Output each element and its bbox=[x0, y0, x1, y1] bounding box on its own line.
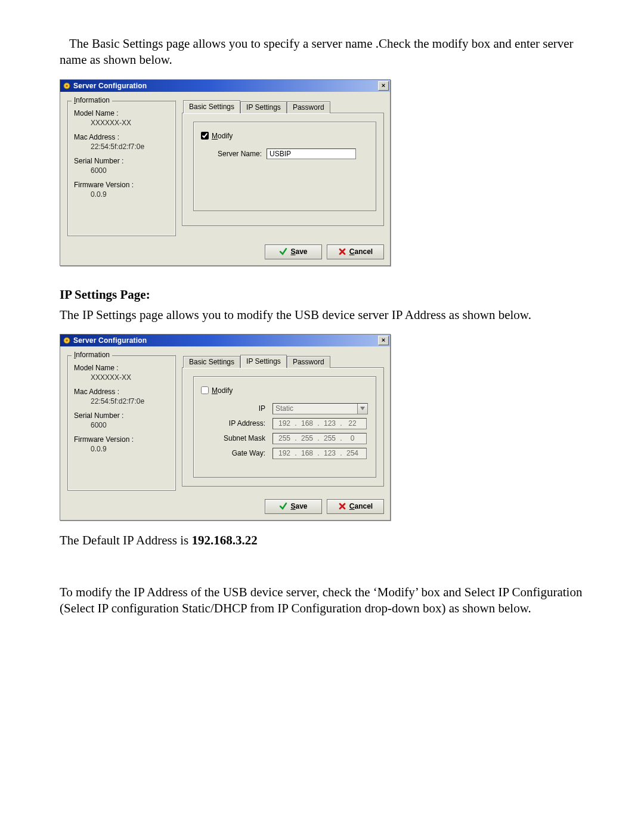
tab-password[interactable]: Password bbox=[287, 356, 330, 368]
model-name-label: Model Name : bbox=[74, 109, 172, 117]
gateway-input[interactable]: 192. 168. 123. 254 bbox=[273, 448, 367, 459]
check-icon bbox=[279, 247, 287, 256]
ip-mode-combo[interactable]: Static bbox=[273, 403, 368, 414]
server-config-dialog-ip: Server Configuration × Information Model… bbox=[60, 334, 391, 521]
information-groupbox: Information Model Name : XXXXXX-XX Mac A… bbox=[67, 100, 176, 236]
cancel-button[interactable]: Cancel bbox=[327, 244, 384, 259]
tab-basic-settings[interactable]: Basic Settings bbox=[183, 100, 240, 113]
tab-basic-settings[interactable]: Basic Settings bbox=[183, 356, 240, 368]
server-name-input[interactable] bbox=[267, 148, 356, 159]
gear-icon bbox=[63, 82, 71, 90]
tab-ip-settings[interactable]: IP Settings bbox=[240, 355, 287, 368]
tabstrip: Basic Settings IP Settings Password bbox=[182, 100, 384, 113]
ip-octet: 123 bbox=[321, 419, 339, 428]
ip-mode-label: IP bbox=[201, 404, 265, 413]
ip-address-label: IP Address: bbox=[201, 419, 265, 428]
ip-settings-paragraph: The IP Settings page allows you to modif… bbox=[60, 307, 587, 323]
save-button-label: Save bbox=[290, 502, 307, 510]
modify-label: Modify bbox=[212, 132, 233, 140]
serial-number-label: Serial Number : bbox=[74, 411, 172, 420]
save-button-label: Save bbox=[290, 247, 307, 256]
modify-checkbox[interactable] bbox=[201, 386, 209, 394]
mac-address-value: 22:54:5f:d2:f7:0e bbox=[91, 397, 172, 405]
firmware-version-value: 0.0.9 bbox=[91, 190, 172, 199]
x-icon bbox=[338, 247, 346, 256]
tab-password[interactable]: Password bbox=[287, 101, 330, 113]
close-button[interactable]: × bbox=[378, 336, 389, 345]
cancel-button-label: Cancel bbox=[349, 247, 373, 256]
chevron-down-icon bbox=[357, 404, 367, 414]
model-name-value: XXXXXX-XX bbox=[91, 373, 172, 382]
gateway-label: Gate Way: bbox=[201, 449, 265, 457]
modify-checkbox[interactable] bbox=[201, 132, 209, 140]
server-name-label: Server Name: bbox=[218, 150, 262, 158]
ip-octet: 255 bbox=[321, 434, 339, 442]
x-icon bbox=[338, 502, 346, 510]
ip-octet: 22 bbox=[343, 419, 361, 428]
cancel-button[interactable]: Cancel bbox=[327, 499, 384, 514]
gear-icon bbox=[63, 336, 71, 345]
intro-paragraph: The Basic Settings page allows you to sp… bbox=[60, 36, 587, 69]
serial-number-value: 6000 bbox=[91, 421, 172, 429]
model-name-value: XXXXXX-XX bbox=[91, 119, 172, 127]
ip-octet: 168 bbox=[298, 419, 316, 428]
ip-settings-heading: IP Settings Page: bbox=[60, 287, 587, 302]
dialog-title: Server Configuration bbox=[73, 82, 378, 90]
ip-octet: 0 bbox=[343, 434, 361, 442]
ip-octet: 123 bbox=[321, 449, 339, 457]
firmware-version-label: Firmware Version : bbox=[74, 181, 172, 189]
ip-octet: 254 bbox=[343, 449, 361, 457]
firmware-version-label: Firmware Version : bbox=[74, 435, 172, 444]
ip-mode-value: Static bbox=[273, 404, 357, 414]
ip-settings-panel: Modify IP Static IP A bbox=[182, 367, 384, 487]
ip-octet: 192 bbox=[275, 419, 293, 428]
modify-label: Modify bbox=[212, 386, 233, 395]
serial-number-label: Serial Number : bbox=[74, 157, 172, 165]
mac-address-value: 22:54:5f:d2:f7:0e bbox=[91, 143, 172, 151]
mac-address-label: Mac Address : bbox=[74, 388, 172, 396]
firmware-version-value: 0.0.9 bbox=[91, 445, 172, 453]
information-groupbox: Information Model Name : XXXXXX-XX Mac A… bbox=[67, 355, 176, 491]
serial-number-value: 6000 bbox=[91, 166, 172, 175]
modify-instructions-paragraph: To modify the IP Address of the USB devi… bbox=[60, 584, 587, 617]
ip-octet: 255 bbox=[298, 434, 316, 442]
dialog-title: Server Configuration bbox=[73, 336, 378, 345]
ip-octet: 168 bbox=[298, 449, 316, 457]
server-config-dialog-basic: Server Configuration × Information Model… bbox=[60, 79, 391, 266]
ip-octet: 255 bbox=[275, 434, 293, 442]
information-legend: Information bbox=[72, 351, 112, 359]
tabstrip: Basic Settings IP Settings Password bbox=[182, 355, 384, 368]
subnet-mask-input[interactable]: 255. 255. 255. 0 bbox=[273, 433, 367, 444]
tab-ip-settings[interactable]: IP Settings bbox=[240, 101, 287, 113]
save-button[interactable]: Save bbox=[265, 499, 322, 514]
check-icon bbox=[279, 502, 287, 510]
default-ip-paragraph: The Default IP Address is 192.168.3.22 bbox=[60, 532, 587, 549]
ip-octet: 192 bbox=[275, 449, 293, 457]
cancel-button-label: Cancel bbox=[349, 502, 373, 510]
save-button[interactable]: Save bbox=[265, 244, 322, 259]
titlebar: Server Configuration × bbox=[60, 335, 390, 346]
default-ip-value: 192.168.3.22 bbox=[191, 533, 257, 547]
ip-address-input[interactable]: 192. 168. 123. 22 bbox=[273, 418, 367, 429]
default-ip-prefix: The Default IP Address is bbox=[60, 533, 191, 547]
mac-address-label: Mac Address : bbox=[74, 133, 172, 141]
model-name-label: Model Name : bbox=[74, 364, 172, 372]
titlebar: Server Configuration × bbox=[60, 80, 390, 92]
information-legend: Information bbox=[72, 96, 112, 104]
subnet-mask-label: Subnet Mask bbox=[201, 434, 265, 442]
svg-point-1 bbox=[66, 85, 68, 87]
svg-point-3 bbox=[66, 339, 68, 342]
basic-settings-panel: Modify Server Name: bbox=[182, 113, 384, 226]
close-button[interactable]: × bbox=[378, 81, 389, 91]
